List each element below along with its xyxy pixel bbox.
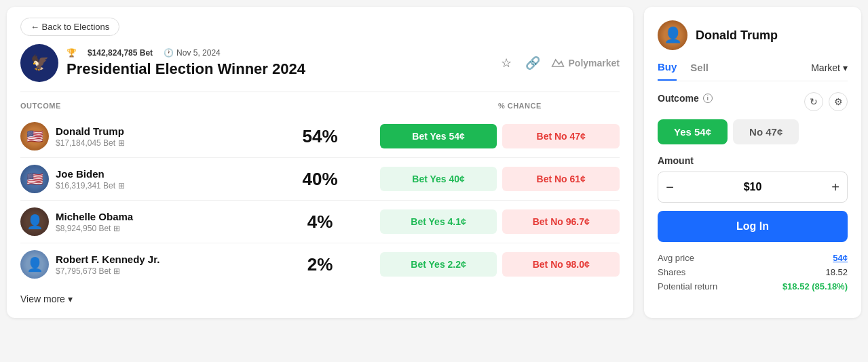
- buy-sell-tabs: Buy Sell Market ▾: [658, 61, 848, 81]
- shares-value: 18.52: [825, 267, 848, 277]
- info-icon[interactable]: i: [703, 94, 713, 103]
- bet-yes-button[interactable]: Bet Yes 4.1¢: [380, 209, 497, 234]
- right-panel: 👤 Donald Trump Buy Sell Market ▾ Outcome…: [644, 7, 861, 318]
- table-header: OUTCOME % CHANCE: [20, 102, 620, 115]
- chance-value: 40%: [260, 169, 380, 190]
- bet-yes-button[interactable]: Bet Yes 40¢: [380, 167, 497, 191]
- divider: [20, 92, 620, 92]
- bet-yes-button[interactable]: Bet Yes 2.2¢: [380, 252, 497, 277]
- market-header: 🦅 🏆 $142,824,785 Bet 🕐 Nov 5, 2024 Presi…: [20, 44, 620, 82]
- chance-value: 2%: [260, 254, 380, 275]
- avatar: 👤: [20, 207, 49, 236]
- bet-buttons: Bet Yes 2.2¢ Bet No 98.0¢: [380, 252, 620, 277]
- shares-row: Shares 18.52: [658, 267, 848, 277]
- tab-buy[interactable]: Buy: [658, 61, 677, 81]
- avg-price-value[interactable]: 54¢: [833, 253, 848, 263]
- candidate-name: Joe Biden: [56, 168, 125, 180]
- tab-sell[interactable]: Sell: [690, 62, 709, 80]
- svg-marker-0: [552, 60, 563, 66]
- outcome-column-header: OUTCOME: [20, 102, 420, 110]
- right-panel-avatar: 👤: [658, 20, 687, 50]
- potential-return-label: Potential return: [658, 281, 717, 291]
- bet-buttons: Bet Yes 40¢ Bet No 61¢: [380, 167, 620, 191]
- chevron-down-icon: ▾: [843, 62, 848, 73]
- presidential-seal-icon: 🦅: [31, 54, 49, 72]
- bet-no-button[interactable]: Bet No 47¢: [502, 124, 620, 148]
- candidates-list: 🇺🇸 Donald Trump $17,184,045 Bet ⊞ 54% Be…: [20, 115, 620, 285]
- gear-icon[interactable]: ⚙: [829, 92, 848, 111]
- candidate-bet: $17,184,045 Bet ⊞: [56, 138, 125, 148]
- market-actions: ☆ 🔗 Polymarket: [498, 53, 620, 73]
- decrement-button[interactable]: −: [658, 172, 681, 202]
- candidate-name: Donald Trump: [56, 125, 125, 137]
- copy-icon: ⊞: [113, 266, 120, 276]
- potential-return-value: $18.52 (85.18%): [782, 281, 848, 291]
- star-button[interactable]: ☆: [498, 53, 514, 73]
- clock-icon: 🕐: [164, 48, 174, 58]
- login-button[interactable]: Log In: [658, 211, 848, 242]
- polymarket-brand: Polymarket: [551, 56, 620, 70]
- candidate-header: 👤 Donald Trump: [658, 20, 848, 50]
- avatar-icon: 👤: [26, 214, 43, 230]
- outcome-buttons: Yes 54¢ No 47¢: [658, 119, 848, 144]
- trophy-icon: 🏆: [67, 48, 77, 58]
- bet-no-button[interactable]: Bet No 61¢: [502, 167, 620, 191]
- outcome-label: Outcome i: [658, 93, 713, 104]
- potential-return-row: Potential return $18.52 (85.18%): [658, 281, 848, 291]
- market-date: 🕐 Nov 5, 2024: [164, 48, 221, 58]
- avatar: 👤: [20, 250, 49, 279]
- copy-icon: ⊞: [113, 224, 120, 233]
- candidate-bet: $8,924,950 Bet ⊞: [56, 224, 133, 233]
- market-info: 🏆 $142,824,785 Bet 🕐 Nov 5, 2024 Preside…: [67, 48, 490, 78]
- right-panel-candidate-name: Donald Trump: [696, 28, 778, 43]
- table-row: 🇺🇸 Joe Biden $16,319,341 Bet ⊞ 40% Bet Y…: [20, 158, 620, 201]
- chance-value: 4%: [260, 212, 380, 233]
- increment-button[interactable]: +: [824, 172, 847, 202]
- market-logo: 🦅: [20, 44, 58, 82]
- chance-column-header: % CHANCE: [420, 102, 620, 110]
- copy-icon: ⊞: [118, 181, 125, 190]
- amount-label: Amount: [658, 155, 848, 166]
- table-row: 👤 Michelle Obama $8,924,950 Bet ⊞ 4% Bet…: [20, 201, 620, 243]
- polymarket-icon: [551, 56, 565, 70]
- chevron-down-icon: ▾: [68, 294, 73, 304]
- bet-no-button[interactable]: Bet No 96.7¢: [502, 209, 620, 234]
- yes-button[interactable]: Yes 54¢: [658, 119, 728, 144]
- avg-price-label: Avg price: [658, 253, 694, 263]
- chance-value: 54%: [260, 126, 380, 147]
- outcome-action-icons: ↻ ⚙: [804, 92, 848, 111]
- table-row: 👤 Robert F. Kennedy Jr. $7,795,673 Bet ⊞…: [20, 243, 620, 285]
- avatar-icon: 🇺🇸: [26, 171, 43, 187]
- amount-input[interactable]: [681, 181, 824, 193]
- candidate-info: 🇺🇸 Joe Biden $16,319,341 Bet ⊞: [20, 165, 260, 193]
- candidate-bet: $7,795,673 Bet ⊞: [56, 266, 159, 276]
- shares-label: Shares: [658, 267, 685, 277]
- refresh-icon[interactable]: ↻: [804, 92, 823, 111]
- bet-yes-button[interactable]: Bet Yes 54¢: [380, 124, 497, 148]
- trump-avatar-icon: 👤: [664, 26, 682, 44]
- no-button[interactable]: No 47¢: [733, 119, 799, 144]
- avatar-icon: 👤: [26, 256, 43, 273]
- back-button[interactable]: ← Back to Elections: [20, 18, 119, 36]
- amount-input-row: − +: [658, 172, 848, 203]
- candidate-info: 🇺🇸 Donald Trump $17,184,045 Bet ⊞: [20, 122, 260, 150]
- bet-buttons: Bet Yes 4.1¢ Bet No 96.7¢: [380, 209, 620, 234]
- candidate-name: Robert F. Kennedy Jr.: [56, 254, 159, 265]
- avatar: 🇺🇸: [20, 122, 49, 150]
- avatar-icon: 🇺🇸: [26, 128, 43, 144]
- candidate-name: Michelle Obama: [56, 211, 133, 222]
- candidate-info: 👤 Robert F. Kennedy Jr. $7,795,673 Bet ⊞: [20, 250, 260, 279]
- link-button[interactable]: 🔗: [523, 53, 543, 73]
- left-panel: ← Back to Elections 🦅 🏆 $142,824,785 Bet…: [7, 7, 633, 318]
- avatar: 🇺🇸: [20, 165, 49, 193]
- candidate-info: 👤 Michelle Obama $8,924,950 Bet ⊞: [20, 207, 260, 236]
- outcome-section: Outcome i ↻ ⚙: [658, 92, 848, 111]
- market-type-selector[interactable]: Market ▾: [811, 62, 848, 80]
- bet-no-button[interactable]: Bet No 98.0¢: [502, 252, 620, 277]
- market-meta: 🏆 $142,824,785 Bet 🕐 Nov 5, 2024: [67, 48, 490, 58]
- view-more-button[interactable]: View more ▾: [20, 285, 73, 304]
- table-row: 🇺🇸 Donald Trump $17,184,045 Bet ⊞ 54% Be…: [20, 115, 620, 158]
- bet-buttons: Bet Yes 54¢ Bet No 47¢: [380, 124, 620, 148]
- candidate-bet: $16,319,341 Bet ⊞: [56, 181, 125, 190]
- market-title: Presidential Election Winner 2024: [67, 60, 490, 78]
